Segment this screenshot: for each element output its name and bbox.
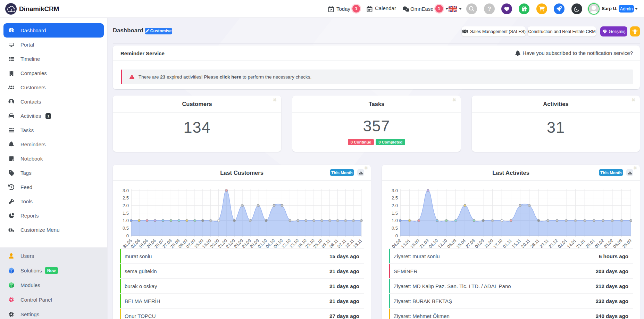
svg-text:0.5: 0.5: [392, 226, 398, 231]
svg-text:06.11: 06.11: [328, 238, 339, 249]
svg-text:21.09: 21.09: [419, 238, 430, 249]
svg-text:2.0: 2.0: [392, 203, 398, 208]
svg-text:11.09: 11.09: [483, 238, 494, 249]
svg-text:1.5: 1.5: [123, 211, 129, 216]
svg-text:06.03: 06.03: [446, 238, 458, 249]
svg-text:15.04: 15.04: [455, 238, 467, 249]
svg-text:0.5: 0.5: [123, 226, 129, 231]
svg-text:2.5: 2.5: [123, 195, 129, 201]
svg-text:20.11: 20.11: [520, 238, 531, 249]
svg-text:1.0: 1.0: [392, 218, 398, 223]
svg-text:25.10: 25.10: [312, 238, 324, 249]
svg-text:1.0: 1.0: [123, 218, 129, 223]
svg-text:17.10: 17.10: [492, 238, 503, 249]
svg-text:01.11: 01.11: [502, 238, 512, 249]
svg-text:06.03: 06.03: [612, 238, 624, 249]
svg-text:2.0: 2.0: [123, 203, 129, 208]
svg-text:04.10: 04.10: [428, 238, 439, 249]
svg-text:12.10: 12.10: [437, 238, 448, 249]
svg-text:23.12: 23.12: [548, 238, 559, 249]
svg-text:14.01: 14.01: [566, 238, 577, 249]
svg-text:27.08: 27.08: [465, 238, 476, 249]
svg-text:0: 0: [395, 233, 398, 238]
svg-text:28.11: 28.11: [529, 238, 540, 249]
svg-text:28.01: 28.01: [585, 238, 596, 249]
svg-text:21.01: 21.01: [575, 238, 586, 249]
svg-text:02.01: 02.01: [557, 238, 568, 249]
svg-text:13.11: 13.11: [352, 238, 363, 249]
svg-text:13.01: 13.01: [400, 238, 411, 249]
svg-text:1.5: 1.5: [392, 211, 398, 216]
svg-text:3.0: 3.0: [123, 188, 129, 193]
svg-text:15.11: 15.11: [511, 238, 522, 249]
svg-text:12.11: 12.11: [344, 238, 355, 249]
svg-text:25.02: 25.02: [603, 238, 614, 249]
svg-text:2.5: 2.5: [392, 195, 398, 201]
svg-text:09.09: 09.09: [474, 238, 485, 249]
svg-text:0: 0: [126, 233, 129, 238]
svg-text:04.02: 04.02: [391, 238, 402, 249]
svg-text:05.02: 05.02: [594, 238, 605, 249]
svg-text:3.0: 3.0: [392, 188, 398, 193]
svg-text:25.09: 25.09: [621, 238, 633, 249]
svg-text:29.11: 29.11: [539, 238, 550, 249]
svg-text:18.09: 18.09: [409, 238, 420, 249]
